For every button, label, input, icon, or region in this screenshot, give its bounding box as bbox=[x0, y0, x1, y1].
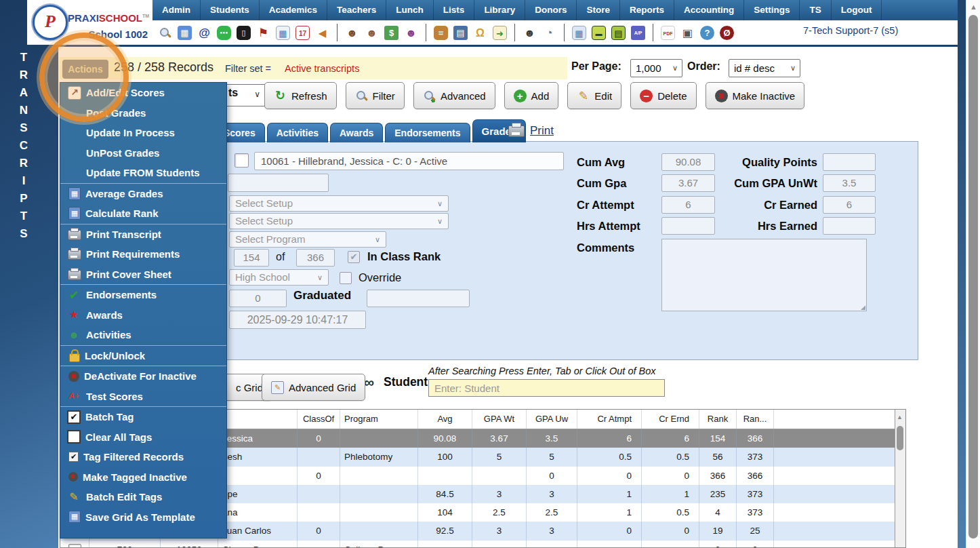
nav-students[interactable]: Students bbox=[201, 0, 260, 20]
advanced-button[interactable]: Advanced bbox=[413, 82, 495, 109]
table-row[interactable]: 72210052Clover, BrysonCollege Prepar00 bbox=[60, 541, 895, 548]
grid-scrollbar-thumb[interactable] bbox=[897, 426, 903, 450]
staff-icon[interactable]: ☻ bbox=[523, 26, 537, 40]
flag-icon[interactable]: ⚑ bbox=[256, 26, 270, 40]
nav-store[interactable]: Store bbox=[577, 0, 620, 20]
stop-icon[interactable]: Ø bbox=[720, 26, 734, 40]
hrs-earned-field[interactable] bbox=[823, 217, 876, 235]
menu-unpost-grades[interactable]: UnPost Grades bbox=[60, 143, 226, 163]
nav-settings[interactable]: Settings bbox=[744, 0, 800, 20]
graduated-date-field[interactable] bbox=[367, 290, 470, 307]
column-header[interactable]: Rank bbox=[699, 410, 737, 429]
menu-average-grades[interactable]: ▦ Average Grades bbox=[60, 183, 226, 204]
browser-scrollbar-thumb[interactable] bbox=[968, 15, 978, 539]
column-header[interactable]: Cr Atmpt bbox=[577, 410, 642, 429]
advanced-grid-button[interactable]: ✎ Advanced Grid bbox=[262, 374, 365, 401]
menu-print-cover-sheet[interactable]: Print Cover Sheet bbox=[60, 265, 226, 285]
calendar-icon[interactable]: ▦ bbox=[276, 26, 290, 40]
spreadsheet-icon[interactable]: ▦ bbox=[572, 26, 586, 40]
add-button[interactable]: + Add bbox=[504, 82, 559, 109]
email-icon[interactable]: @ bbox=[197, 26, 211, 40]
phone-icon[interactable]: ▯ bbox=[237, 26, 251, 40]
column-header[interactable]: ClassOf bbox=[298, 410, 340, 429]
column-header[interactable]: GPA Wt bbox=[472, 410, 527, 429]
alarm-clock-icon[interactable]: ◔ bbox=[542, 26, 556, 40]
student-field[interactable]: 10061 - Hillebrand, Jessica - C: 0 - Act… bbox=[254, 152, 564, 170]
menu-activities[interactable]: ☻ Activities bbox=[60, 325, 226, 345]
order-select[interactable]: id # desc∨ bbox=[729, 59, 800, 77]
nav-lists[interactable]: Lists bbox=[434, 0, 475, 20]
menu-save-grid-as-template[interactable]: ▦ Save Grid As Template bbox=[60, 507, 226, 528]
menu-batch-edit-tags[interactable]: ✎ Batch Edit Tags bbox=[60, 487, 226, 507]
menu-make-tagged-inactive[interactable]: Make Tagged Inactive bbox=[60, 467, 226, 488]
in-class-rank-checkbox[interactable]: ✔ bbox=[348, 251, 360, 263]
menu-add-edit-scores[interactable]: ↗ Add/Edit Scores bbox=[60, 83, 226, 103]
add-student-icon[interactable]: ☻ bbox=[345, 26, 359, 40]
setup-select-2[interactable]: Select Setup∨ bbox=[229, 213, 449, 229]
cr-earned-field[interactable]: 6 bbox=[823, 196, 876, 214]
tab-awards[interactable]: Awards bbox=[330, 123, 383, 142]
nav-accounting[interactable]: Accounting bbox=[674, 0, 744, 20]
setup-select-1[interactable]: Select Setup∨ bbox=[229, 195, 449, 212]
toolbar-divider[interactable] bbox=[337, 24, 338, 41]
cash-register-icon[interactable]: ▣ bbox=[680, 26, 695, 40]
library-icon[interactable]: ▤ bbox=[453, 26, 468, 40]
column-header[interactable]: Program bbox=[340, 410, 418, 429]
toolbar-divider[interactable] bbox=[514, 24, 515, 41]
column-header[interactable]: Cr Ernd bbox=[642, 410, 699, 429]
override-checkbox[interactable] bbox=[340, 272, 352, 284]
chat-icon[interactable]: ⋯ bbox=[217, 26, 231, 40]
student-icon[interactable]: ☻ bbox=[365, 26, 379, 40]
menu-lock-unlock[interactable]: Lock/Unlock bbox=[60, 345, 226, 366]
help-icon[interactable]: ? bbox=[700, 26, 714, 40]
make-inactive-button[interactable]: Make Inactive bbox=[706, 82, 805, 109]
tab-activities[interactable]: Activities bbox=[267, 123, 328, 142]
lunch-icon[interactable]: ≡ bbox=[434, 26, 448, 40]
tab-endorsements[interactable]: Endorsements bbox=[385, 123, 470, 142]
menu-print-requirements[interactable]: Print Requirements bbox=[60, 244, 226, 265]
column-header[interactable]: GPA Uw bbox=[527, 410, 577, 429]
megaphone-icon[interactable]: ◀ bbox=[315, 26, 329, 40]
scroll-up-icon[interactable]: ▲ bbox=[897, 414, 903, 420]
student-search-input[interactable] bbox=[428, 379, 665, 397]
menu-awards[interactable]: ★ Awards bbox=[60, 305, 226, 326]
column-header[interactable] bbox=[218, 410, 298, 429]
browser-scrollbar[interactable]: ▲ bbox=[966, 0, 980, 548]
column-header[interactable] bbox=[774, 410, 895, 429]
scroll-up-icon[interactable]: ▲ bbox=[970, 3, 977, 11]
pdf-icon[interactable]: PDF bbox=[661, 26, 675, 40]
graduated-count-field[interactable]: 0 bbox=[229, 290, 287, 307]
column-header[interactable]: Avg bbox=[418, 410, 472, 429]
nav-reports[interactable]: Reports bbox=[620, 0, 674, 20]
menu-endorsements[interactable]: ✔ Endorsements bbox=[60, 284, 226, 305]
cum-gpa-unwt-field[interactable]: 3.5 bbox=[823, 174, 876, 192]
nav-lunch[interactable]: Lunch bbox=[386, 0, 434, 20]
apps-icon[interactable]: ▦ bbox=[178, 26, 192, 40]
nav-academics[interactable]: Academics bbox=[260, 0, 327, 20]
cheque-printer-icon[interactable]: ▤ bbox=[611, 26, 626, 40]
nav-donors[interactable]: Donors bbox=[525, 0, 577, 20]
quality-points-field[interactable] bbox=[823, 153, 876, 171]
grid-scrollbar[interactable]: ▲ bbox=[895, 410, 905, 547]
row-checkbox[interactable] bbox=[68, 544, 81, 548]
comments-textarea[interactable] bbox=[661, 239, 867, 311]
per-page-select[interactable]: 1,000∨ bbox=[630, 59, 682, 77]
menu-print-transcript[interactable]: Print Transcript bbox=[60, 224, 226, 245]
menu-clear-all-tags[interactable]: Clear All Tags bbox=[60, 427, 226, 448]
bell-icon[interactable]: Ω bbox=[473, 26, 487, 40]
menu-batch-tag[interactable]: ✔ Batch Tag bbox=[60, 406, 226, 427]
refresh-button[interactable]: ↻ Refresh bbox=[264, 82, 337, 109]
nav-ts[interactable]: TS bbox=[800, 0, 831, 20]
menu-update-in-process[interactable]: Update In Process bbox=[60, 123, 226, 143]
menu-calculate-rank[interactable]: ▦ Calculate Rank bbox=[60, 203, 226, 224]
delete-button[interactable]: − Delete bbox=[630, 82, 696, 109]
filter-button[interactable]: Filter bbox=[346, 82, 405, 109]
search-icon[interactable] bbox=[158, 26, 172, 40]
menu-update-from-students[interactable]: Update FROM Students bbox=[60, 163, 226, 183]
money-icon[interactable]: $ bbox=[384, 26, 399, 40]
menu-post-grades[interactable]: Post Grades bbox=[60, 103, 226, 123]
toolbar-divider[interactable] bbox=[564, 24, 565, 41]
secondary-field[interactable] bbox=[228, 174, 329, 192]
column-header[interactable]: Ran... bbox=[737, 410, 774, 429]
calendar-date-icon[interactable]: 17 bbox=[295, 26, 310, 40]
